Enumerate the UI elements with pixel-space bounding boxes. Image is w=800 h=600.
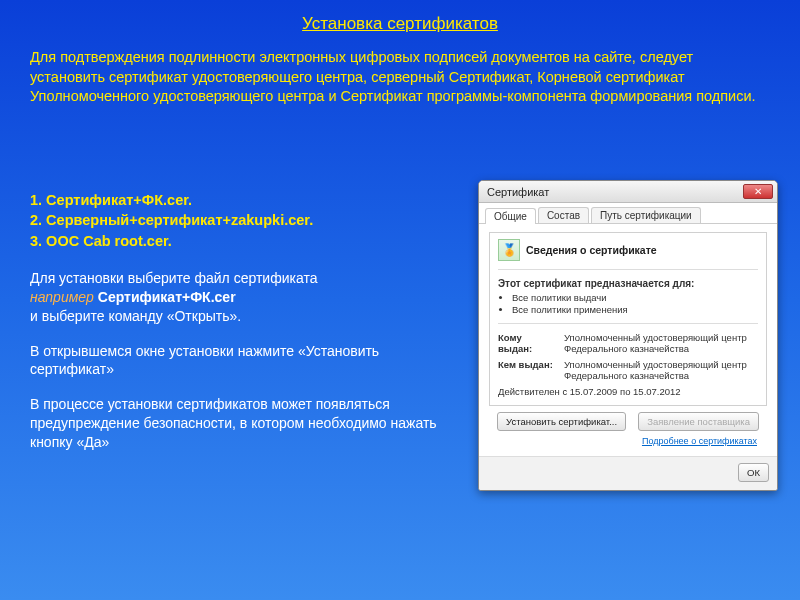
more-info-row: Подробнее о сертификатах (489, 435, 767, 450)
dialog-titlebar[interactable]: Сертификат ✕ (479, 181, 777, 203)
validity-row: Действителен с 15.07.2009 по 15.07.2012 (498, 386, 758, 397)
cert-file-list: 1. Сертификат+ФК.cer. 2. Серверный+серти… (30, 190, 460, 251)
issued-by-row: Кем выдан: Уполномоченный удостоверяющий… (498, 359, 758, 382)
purpose-label: Этот сертификат предназначается для: (498, 278, 758, 289)
dialog-title: Сертификат (487, 186, 549, 198)
instruction-install: В открывшемся окне установки нажмите «Ус… (30, 342, 460, 380)
cert-file-2: 2. Серверный+сертификат+zakupki.cer. (30, 210, 460, 230)
instruction-select-file: Для установки выберите файл сертификата … (30, 269, 460, 326)
instruction-security-warning: В процессе установки сертификатов может … (30, 395, 460, 452)
purpose-item: Все политики применения (512, 304, 758, 315)
tab-details[interactable]: Состав (538, 207, 589, 223)
intro-paragraph: Для подтверждения подлинности электронны… (0, 34, 800, 107)
tab-general[interactable]: Общие (485, 208, 536, 224)
cert-file-3: 3. ООС Cab root.cer. (30, 231, 460, 251)
close-icon: ✕ (754, 187, 762, 197)
certificate-info-header: 🏅 Сведения о сертификате (498, 239, 758, 261)
button-row: Установить сертификат... Заявление поста… (489, 406, 767, 435)
left-column: 1. Сертификат+ФК.cer. 2. Серверный+серти… (30, 190, 460, 468)
certificate-dialog: Сертификат ✕ Общие Состав Путь сертифика… (478, 180, 778, 491)
issued-to-row: Кому выдан: Уполномоченный удостоверяющи… (498, 332, 758, 355)
close-button[interactable]: ✕ (743, 184, 773, 199)
certificate-info-box: 🏅 Сведения о сертификате Этот сертификат… (489, 232, 767, 406)
purpose-list: Все политики выдачи Все политики примене… (512, 292, 758, 315)
certificate-icon: 🏅 (498, 239, 520, 261)
issued-by-label: Кем выдан: (498, 359, 558, 382)
page-title: Установка сертификатов (0, 0, 800, 34)
issuer-statement-button: Заявление поставщика (638, 412, 759, 431)
issued-to-value: Уполномоченный удостоверяющий центр Феде… (564, 332, 758, 355)
issued-to-label: Кому выдан: (498, 332, 558, 355)
ok-button[interactable]: ОК (738, 463, 769, 482)
dialog-footer: ОК (479, 456, 777, 490)
cert-file-1: 1. Сертификат+ФК.cer. (30, 190, 460, 210)
tabs: Общие Состав Путь сертификации (479, 203, 777, 224)
certificate-info-title: Сведения о сертификате (526, 244, 657, 256)
more-info-link[interactable]: Подробнее о сертификатах (642, 436, 757, 446)
install-certificate-button[interactable]: Установить сертификат... (497, 412, 626, 431)
issued-by-value: Уполномоченный удостоверяющий центр Феде… (564, 359, 758, 382)
tab-panel-general: 🏅 Сведения о сертификате Этот сертификат… (479, 224, 777, 456)
purpose-item: Все политики выдачи (512, 292, 758, 303)
tab-path[interactable]: Путь сертификации (591, 207, 701, 223)
